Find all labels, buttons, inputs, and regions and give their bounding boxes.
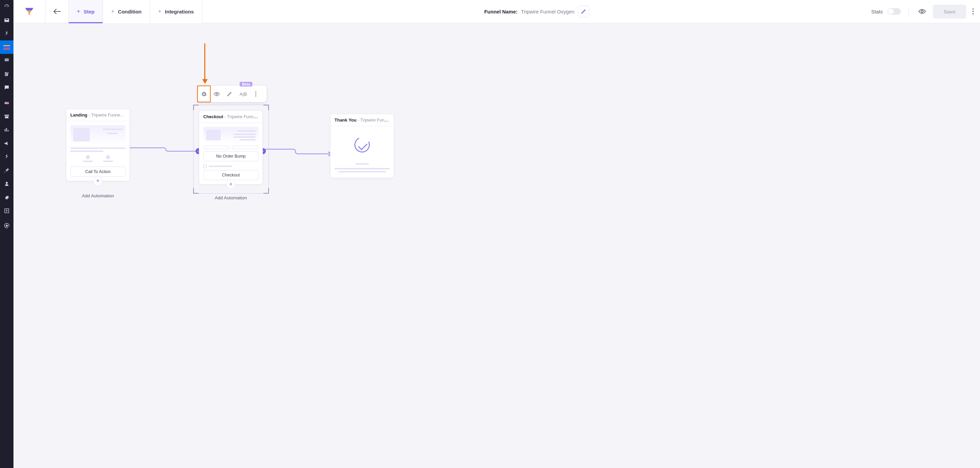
tab-integrations-label: Integrations bbox=[165, 9, 194, 14]
thankyou-check bbox=[331, 126, 394, 163]
sidebar-item-chat[interactable] bbox=[0, 81, 13, 94]
sidebar-item-pin[interactable] bbox=[0, 27, 13, 40]
plus-icon: + bbox=[77, 8, 80, 15]
funnel-name-label: Funnel Name: bbox=[484, 9, 518, 14]
kebab-icon bbox=[255, 91, 256, 97]
sidebar-item-import[interactable] bbox=[0, 204, 13, 218]
plus-icon: + bbox=[158, 8, 162, 15]
funnel-name: Funnel Name: Tripwire Funnel Oxygen bbox=[202, 6, 527, 17]
tab-condition-label: Condition bbox=[118, 9, 142, 14]
sidebar-item-tag[interactable] bbox=[0, 150, 13, 164]
add-step-checkout[interactable]: + bbox=[226, 180, 235, 189]
node-landing[interactable]: Landing - Tripwire Funne… Call To Action… bbox=[66, 109, 130, 181]
node-toolbar: Beta A|B bbox=[197, 86, 267, 102]
sidebar-item-brush[interactable] bbox=[0, 164, 13, 177]
node-checkout-header: Checkout - Tripwire Funne… bbox=[199, 111, 262, 123]
funnel-name-value: Tripwire Funnel Oxygen bbox=[521, 9, 527, 14]
annotation-arrow-line bbox=[204, 43, 205, 80]
node-landing-subtitle: - Tripwire Funne… bbox=[88, 113, 125, 118]
node-preview-button[interactable] bbox=[210, 86, 223, 102]
top-toolbar: +Step +Condition +Integrations Funnel Na… bbox=[13, 0, 527, 23]
annotation-arrow-head bbox=[202, 79, 208, 84]
sidebar-item-forms[interactable] bbox=[0, 54, 13, 67]
plus-icon: + bbox=[111, 8, 115, 15]
svg-point-7 bbox=[255, 95, 256, 96]
funnel-canvas[interactable]: Landing - Tripwire Funne… Call To Action… bbox=[13, 23, 527, 252]
checkout-thumbnail bbox=[203, 127, 258, 143]
node-checkout-body: No Order Bump Checkout bbox=[199, 123, 262, 184]
landing-cta-button[interactable]: Call To Action bbox=[70, 167, 126, 177]
node-thankyou-subtitle: - Tripwire Funne… bbox=[356, 118, 394, 123]
connector-checkout-thankyou bbox=[262, 148, 333, 158]
node-landing-header: Landing - Tripwire Funne… bbox=[66, 109, 130, 121]
node-thankyou[interactable]: Thank You - Tripwire Funne… bbox=[330, 114, 394, 178]
sidebar-item-campaign[interactable] bbox=[0, 137, 13, 150]
tab-bar: +Step +Condition +Integrations bbox=[68, 0, 202, 23]
landing-thumbnail bbox=[70, 125, 126, 145]
node-checkout[interactable]: Checkout - Tripwire Funne… No Order Bump… bbox=[199, 110, 263, 185]
ab-label: A|B bbox=[239, 92, 248, 97]
beta-badge: Beta bbox=[240, 82, 252, 86]
tab-condition[interactable]: +Condition bbox=[103, 0, 150, 23]
sidebar-item-dashboard[interactable] bbox=[0, 0, 13, 13]
node-settings-button[interactable] bbox=[197, 86, 210, 102]
tab-integrations[interactable]: +Integrations bbox=[150, 0, 202, 23]
tab-step[interactable]: +Step bbox=[68, 0, 103, 23]
funnel-stripes-icon bbox=[3, 45, 10, 49]
sidebar-item-mention[interactable] bbox=[0, 219, 13, 232]
eye-icon bbox=[213, 92, 220, 97]
node-edit-button[interactable] bbox=[223, 86, 236, 102]
sidebar-item-funnels[interactable] bbox=[0, 40, 13, 54]
svg-point-5 bbox=[255, 91, 256, 92]
checkout-button[interactable]: Checkout bbox=[203, 170, 258, 180]
app-logo[interactable] bbox=[13, 0, 45, 23]
node-landing-body: Call To Action bbox=[66, 121, 130, 181]
ab-test-button[interactable]: A|B bbox=[236, 86, 251, 102]
svg-point-6 bbox=[255, 93, 256, 94]
checkout-skeleton-fields bbox=[203, 146, 258, 149]
sidebar-item-settings[interactable] bbox=[0, 191, 13, 204]
sidebar-item-analytics[interactable] bbox=[0, 123, 13, 137]
sidebar-item-library[interactable] bbox=[0, 67, 13, 81]
node-thankyou-title: Thank You bbox=[334, 118, 356, 123]
order-bump-button[interactable]: No Order Bump bbox=[203, 151, 258, 161]
pencil-icon bbox=[227, 91, 232, 97]
add-automation-landing[interactable]: Add Automation bbox=[82, 193, 114, 198]
app-sidebar: Woo bbox=[0, 0, 13, 252]
add-step-landing[interactable]: + bbox=[93, 176, 103, 186]
node-thankyou-header: Thank You - Tripwire Funne… bbox=[331, 114, 394, 126]
node-more-button[interactable] bbox=[251, 86, 261, 102]
add-automation-checkout[interactable]: Add Automation bbox=[215, 195, 247, 201]
checkout-checkbox-row bbox=[203, 165, 258, 168]
tab-step-label: Step bbox=[84, 9, 95, 14]
sidebar-item-woo[interactable]: Woo bbox=[0, 96, 13, 110]
sidebar-item-archive[interactable] bbox=[0, 110, 13, 123]
back-button[interactable] bbox=[45, 0, 68, 23]
arrow-left-icon bbox=[53, 8, 61, 14]
svg-text:Woo: Woo bbox=[5, 102, 8, 104]
gear-icon bbox=[201, 91, 207, 97]
node-landing-title: Landing bbox=[70, 113, 88, 118]
node-checkout-subtitle: - Tripwire Funne… bbox=[223, 114, 261, 119]
funnel-logo-icon bbox=[25, 7, 34, 16]
node-checkout-title: Checkout bbox=[203, 114, 223, 119]
sidebar-item-mail[interactable] bbox=[0, 13, 13, 27]
thankyou-skeleton bbox=[331, 163, 394, 178]
check-circle-icon bbox=[352, 135, 372, 155]
sidebar-item-users[interactable] bbox=[0, 177, 13, 191]
